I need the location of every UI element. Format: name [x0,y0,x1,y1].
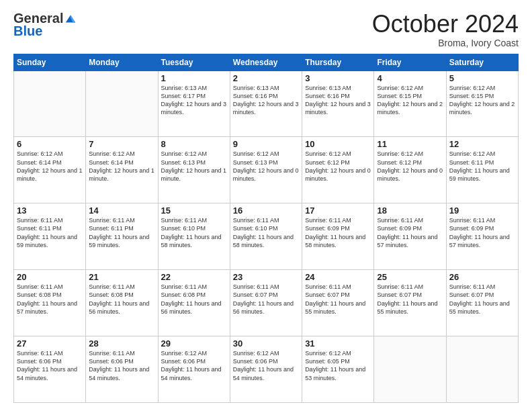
day-info: Sunrise: 6:12 AMSunset: 6:15 PMDaylight:… [377,84,443,117]
day-number: 9 [233,139,299,149]
table-row: 1Sunrise: 6:13 AMSunset: 6:17 PMDaylight… [158,71,230,137]
day-number: 18 [377,205,443,216]
day-number: 10 [305,139,371,149]
header: General Blue October 2024 Broma, Ivory C… [13,11,519,48]
col-wednesday: Wednesday [230,54,302,71]
table-row: 28Sunrise: 6:11 AMSunset: 6:06 PMDayligh… [86,336,158,403]
day-info: Sunrise: 6:11 AMSunset: 6:11 PMDaylight:… [89,216,154,249]
table-row: 5Sunrise: 6:12 AMSunset: 6:15 PMDaylight… [446,71,518,137]
table-row: 24Sunrise: 6:11 AMSunset: 6:07 PMDayligh… [302,270,374,336]
day-info: Sunrise: 6:12 AMSunset: 6:14 PMDaylight:… [89,150,154,183]
table-row: 27Sunrise: 6:11 AMSunset: 6:06 PMDayligh… [14,336,86,403]
day-info: Sunrise: 6:13 AMSunset: 6:16 PMDaylight:… [305,84,371,117]
table-row: 11Sunrise: 6:12 AMSunset: 6:12 PMDayligh… [374,137,446,203]
table-row: 10Sunrise: 6:12 AMSunset: 6:12 PMDayligh… [302,137,374,203]
day-info: Sunrise: 6:12 AMSunset: 6:06 PMDaylight:… [233,349,299,382]
day-number: 12 [449,139,515,149]
day-info: Sunrise: 6:12 AMSunset: 6:13 PMDaylight:… [161,150,227,183]
table-row: 13Sunrise: 6:11 AMSunset: 6:11 PMDayligh… [14,203,86,270]
table-row: 9Sunrise: 6:12 AMSunset: 6:13 PMDaylight… [230,137,302,203]
day-number: 30 [233,338,299,349]
table-row: 16Sunrise: 6:11 AMSunset: 6:10 PMDayligh… [230,203,302,270]
table-row: 15Sunrise: 6:11 AMSunset: 6:10 PMDayligh… [158,203,230,270]
title-block: October 2024 Broma, Ivory Coast [372,11,519,48]
day-info: Sunrise: 6:11 AMSunset: 6:08 PMDaylight:… [161,283,227,316]
table-row: 2Sunrise: 6:13 AMSunset: 6:16 PMDaylight… [230,71,302,137]
day-info: Sunrise: 6:11 AMSunset: 6:09 PMDaylight:… [305,216,371,249]
table-row: 22Sunrise: 6:11 AMSunset: 6:08 PMDayligh… [158,270,230,336]
table-row: 3Sunrise: 6:13 AMSunset: 6:16 PMDaylight… [302,71,374,137]
table-row: 23Sunrise: 6:11 AMSunset: 6:07 PMDayligh… [230,270,302,336]
table-row: 25Sunrise: 6:11 AMSunset: 6:07 PMDayligh… [374,270,446,336]
col-friday: Friday [374,54,446,71]
logo: General Blue [13,11,77,39]
day-number: 15 [161,205,227,216]
day-info: Sunrise: 6:12 AMSunset: 6:13 PMDaylight:… [233,150,299,183]
day-info: Sunrise: 6:12 AMSunset: 6:12 PMDaylight:… [305,150,371,183]
day-info: Sunrise: 6:11 AMSunset: 6:07 PMDaylight:… [449,283,515,316]
day-number: 4 [377,73,443,83]
calendar-week-row: 6Sunrise: 6:12 AMSunset: 6:14 PMDaylight… [14,137,519,203]
table-row: 29Sunrise: 6:12 AMSunset: 6:06 PMDayligh… [158,336,230,403]
col-thursday: Thursday [302,54,374,71]
table-row: 30Sunrise: 6:12 AMSunset: 6:06 PMDayligh… [230,336,302,403]
calendar-week-row: 20Sunrise: 6:11 AMSunset: 6:08 PMDayligh… [14,270,519,336]
day-number: 22 [161,272,227,282]
day-number: 6 [17,139,83,149]
day-number: 19 [449,205,515,216]
day-info: Sunrise: 6:11 AMSunset: 6:10 PMDaylight:… [161,216,227,249]
day-info: Sunrise: 6:11 AMSunset: 6:07 PMDaylight:… [233,283,299,316]
day-info: Sunrise: 6:11 AMSunset: 6:07 PMDaylight:… [305,283,371,316]
table-row: 20Sunrise: 6:11 AMSunset: 6:08 PMDayligh… [14,270,86,336]
day-info: Sunrise: 6:12 AMSunset: 6:11 PMDaylight:… [449,150,515,183]
page: General Blue October 2024 Broma, Ivory C… [0,0,532,411]
day-number: 23 [233,272,299,282]
col-sunday: Sunday [14,54,86,71]
day-number: 25 [377,272,443,282]
day-number: 1 [161,73,227,83]
day-number: 11 [377,139,443,149]
table-row: 19Sunrise: 6:11 AMSunset: 6:09 PMDayligh… [446,203,518,270]
table-row: 14Sunrise: 6:11 AMSunset: 6:11 PMDayligh… [86,203,158,270]
day-number: 27 [17,338,83,349]
day-number: 24 [305,272,371,282]
table-row: 18Sunrise: 6:11 AMSunset: 6:09 PMDayligh… [374,203,446,270]
calendar-table: Sunday Monday Tuesday Wednesday Thursday… [13,54,519,403]
day-info: Sunrise: 6:12 AMSunset: 6:14 PMDaylight:… [17,150,83,183]
day-info: Sunrise: 6:11 AMSunset: 6:08 PMDaylight:… [17,283,83,316]
calendar-header-row: Sunday Monday Tuesday Wednesday Thursday… [14,54,519,71]
table-row: 21Sunrise: 6:11 AMSunset: 6:08 PMDayligh… [86,270,158,336]
day-number: 26 [449,272,515,282]
table-row: 31Sunrise: 6:12 AMSunset: 6:05 PMDayligh… [302,336,374,403]
day-number: 5 [449,73,515,83]
table-row: 7Sunrise: 6:12 AMSunset: 6:14 PMDaylight… [86,137,158,203]
day-info: Sunrise: 6:12 AMSunset: 6:12 PMDaylight:… [377,150,443,183]
day-info: Sunrise: 6:11 AMSunset: 6:09 PMDaylight:… [449,216,515,249]
logo-icon [64,13,77,25]
day-number: 3 [305,73,371,83]
subtitle: Broma, Ivory Coast [372,38,519,48]
day-info: Sunrise: 6:11 AMSunset: 6:09 PMDaylight:… [377,216,443,249]
day-info: Sunrise: 6:13 AMSunset: 6:17 PMDaylight:… [161,84,227,117]
table-row [86,71,158,137]
month-title: October 2024 [372,11,519,38]
day-info: Sunrise: 6:12 AMSunset: 6:15 PMDaylight:… [449,84,515,117]
day-number: 16 [233,205,299,216]
table-row: 17Sunrise: 6:11 AMSunset: 6:09 PMDayligh… [302,203,374,270]
day-info: Sunrise: 6:11 AMSunset: 6:06 PMDaylight:… [89,349,154,382]
day-number: 21 [89,272,154,282]
table-row: 4Sunrise: 6:12 AMSunset: 6:15 PMDaylight… [374,71,446,137]
day-number: 28 [89,338,154,349]
day-number: 13 [17,205,83,216]
day-number: 20 [17,272,83,282]
day-info: Sunrise: 6:12 AMSunset: 6:06 PMDaylight:… [161,349,227,382]
logo-blue: Blue [13,24,42,39]
col-tuesday: Tuesday [158,54,230,71]
day-number: 29 [161,338,227,349]
day-number: 8 [161,139,227,149]
table-row [374,336,446,403]
col-saturday: Saturday [446,54,518,71]
table-row: 26Sunrise: 6:11 AMSunset: 6:07 PMDayligh… [446,270,518,336]
calendar-week-row: 27Sunrise: 6:11 AMSunset: 6:06 PMDayligh… [14,336,519,403]
day-info: Sunrise: 6:11 AMSunset: 6:08 PMDaylight:… [89,283,154,316]
